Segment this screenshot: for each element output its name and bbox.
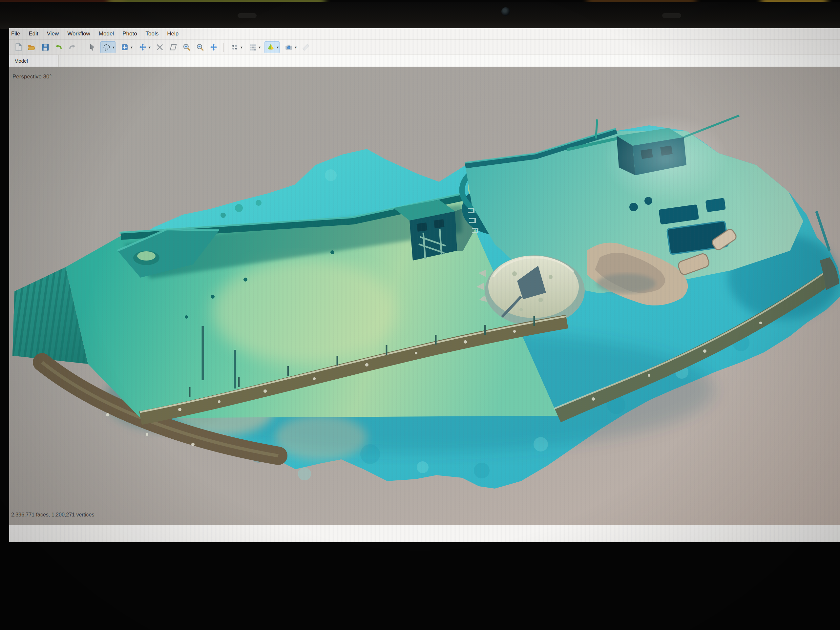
save-icon[interactable]: [40, 42, 51, 52]
laptop-screen-photo: File Edit View Workflow Model Photo Tool…: [0, 0, 840, 630]
shipwreck-3d-model: [9, 67, 840, 525]
toolbar: ▾ ▾ ▾: [9, 40, 840, 55]
dropdown-caret-icon[interactable]: ▾: [295, 45, 297, 49]
resize-region-icon[interactable]: [168, 42, 178, 52]
model-statistics: 2,396,771 faces, 1,200,271 vertices: [11, 512, 95, 518]
free-form-selection-button[interactable]: ▾: [100, 41, 115, 53]
tab-model[interactable]: Model: [9, 55, 59, 66]
dropdown-caret-icon[interactable]: ▾: [276, 45, 279, 49]
dropdown-caret-icon[interactable]: ▾: [259, 45, 261, 49]
menu-bar: File Edit View Workflow Model Photo Tool…: [9, 28, 840, 40]
reset-view-icon[interactable]: [208, 42, 219, 52]
model-viewport[interactable]: Perspective 30° 2,396,771 faces, 1,200,2…: [9, 67, 840, 525]
webcam: [501, 7, 510, 16]
move-object-button[interactable]: ▾: [118, 41, 134, 53]
dropdown-caret-icon[interactable]: ▾: [148, 45, 151, 49]
toolbar-separator: [82, 43, 82, 52]
point-cloud-icon[interactable]: [229, 42, 240, 52]
point-cloud-button[interactable]: ▾: [228, 41, 243, 53]
menu-model[interactable]: Model: [99, 30, 114, 37]
bezel-bumper: [238, 13, 257, 18]
zoom-out-icon[interactable]: [195, 42, 205, 52]
tiled-model-button[interactable]: ▾: [246, 41, 262, 53]
status-bar: [9, 525, 840, 542]
menu-tools[interactable]: Tools: [146, 30, 159, 37]
ruler-icon[interactable]: [300, 42, 311, 52]
move-object-icon[interactable]: [120, 42, 130, 52]
document-tab-bar: Model: [9, 55, 840, 67]
menu-file[interactable]: File: [11, 30, 20, 37]
menu-help[interactable]: Help: [167, 30, 178, 37]
menu-workflow[interactable]: Workflow: [67, 30, 90, 37]
laptop-bezel: [0, 2, 840, 29]
show-photos-icon[interactable]: [284, 42, 294, 52]
move-camera-icon[interactable]: [137, 42, 148, 52]
delete-selection-icon[interactable]: [155, 42, 165, 52]
tiled-model-icon[interactable]: [248, 42, 258, 52]
undo-icon[interactable]: [54, 42, 64, 52]
menu-view[interactable]: View: [47, 30, 59, 37]
redo-icon[interactable]: [67, 42, 77, 52]
open-folder-icon[interactable]: [27, 42, 37, 52]
menu-edit[interactable]: Edit: [28, 30, 38, 37]
menu-photo[interactable]: Photo: [122, 30, 137, 37]
dropdown-caret-icon[interactable]: ▾: [131, 45, 133, 49]
projection-label: Perspective 30°: [13, 74, 52, 80]
zoom-in-icon[interactable]: [182, 42, 192, 52]
show-photos-button[interactable]: ▾: [283, 41, 298, 53]
navigation-cursor-icon[interactable]: [87, 42, 98, 52]
app-window: File Edit View Workflow Model Photo Tool…: [9, 28, 840, 542]
lasso-selection-icon[interactable]: [101, 42, 112, 52]
bezel-bumper: [662, 13, 681, 18]
move-camera-button[interactable]: ▾: [136, 41, 152, 53]
toolbar-separator: [223, 43, 224, 52]
new-document-icon[interactable]: [13, 42, 24, 52]
dropdown-caret-icon[interactable]: ▾: [240, 45, 243, 49]
shaded-model-icon[interactable]: [265, 42, 276, 52]
dropdown-caret-icon[interactable]: ▾: [112, 45, 115, 49]
shaded-model-button[interactable]: ▾: [264, 41, 279, 53]
